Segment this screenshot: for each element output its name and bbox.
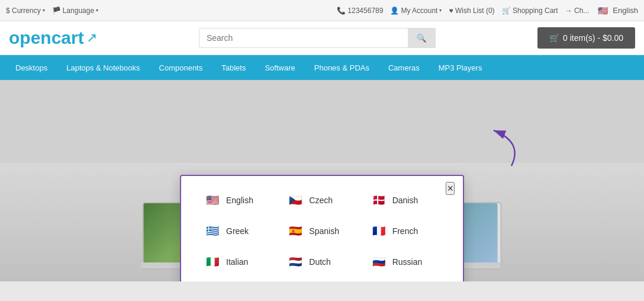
flag-french-icon: 🇫🇷 [370, 222, 388, 240]
search-button[interactable]: 🔍 [408, 28, 436, 48]
search-input[interactable] [199, 28, 408, 48]
nav-item-software[interactable]: Software [255, 55, 304, 80]
lang-item-spanish[interactable]: 🇪🇸 Spanish [282, 219, 362, 244]
flag-czech-icon: 🇨🇿 [286, 191, 304, 209]
lang-label-french: French [392, 226, 418, 236]
top-bar-left: $ Currency ▾ 🏴 Language ▾ [6, 7, 98, 15]
nav-item-laptops[interactable]: Laptops & Notebooks [57, 55, 149, 80]
lang-item-dutch[interactable]: 🇳🇱 Dutch [282, 249, 362, 274]
header: opencart ↗ 🔍 🛒 0 item(s) - $0.00 [0, 21, 644, 55]
language-dropdown[interactable]: 🏴 Language ▾ [52, 7, 98, 15]
currency-dropdown[interactable]: $ Currency ▾ [6, 7, 45, 15]
lang-item-french[interactable]: 🇫🇷 French [365, 219, 445, 244]
language-flag-icon: 🏴 [52, 7, 61, 15]
checkout-icon: → [565, 7, 572, 15]
checkout-label: Ch... [574, 7, 589, 15]
language-modal: × 🇺🇸 English 🇨🇿 Czech 🇩🇰 Danish 🇬🇷 Greek… [180, 175, 464, 281]
hero-section: × 🇺🇸 English 🇨🇿 Czech 🇩🇰 Danish 🇬🇷 Greek… [0, 80, 644, 281]
flag-spanish-icon: 🇪🇸 [286, 222, 304, 240]
account-icon: 👤 [390, 7, 399, 15]
english-label: English [613, 6, 638, 15]
flag-italian-icon: 🇮🇹 [204, 253, 221, 271]
currency-label: $ Currency [6, 7, 41, 15]
nav-item-tablets[interactable]: Tablets [212, 55, 255, 80]
english-flag-icon: 🇺🇸 [596, 4, 609, 17]
lang-item-chinese[interactable]: 🇨🇳 Chinese [282, 280, 362, 281]
currency-caret: ▾ [43, 8, 45, 13]
shopping-cart-link[interactable]: 🛒 Shopping Cart [502, 7, 558, 15]
english-badge: 🇺🇸 English [596, 4, 638, 17]
cart-button-icon: 🛒 [549, 33, 559, 43]
modal-close-button[interactable]: × [446, 182, 455, 195]
logo-cart-icon: ↗ [86, 30, 97, 46]
nav-item-cameras[interactable]: Cameras [379, 55, 429, 80]
flag-dutch-icon: 🇳🇱 [286, 253, 304, 271]
phone-icon: 📞 [337, 7, 346, 15]
logo-text: opencart [9, 28, 84, 48]
lang-item-italian[interactable]: 🇮🇹 Italian [199, 249, 279, 274]
lang-item-russian[interactable]: 🇷🇺 Russian [365, 249, 445, 274]
cart-button-label: 0 item(s) - $0.00 [563, 33, 623, 43]
flag-greek-icon: 🇬🇷 [204, 222, 221, 240]
lang-item-english[interactable]: 🇺🇸 English [199, 188, 279, 213]
search-icon: 🔍 [417, 34, 427, 43]
language-caret: ▾ [96, 8, 98, 13]
account-caret: ▾ [439, 8, 442, 13]
lang-label-danish: Danish [392, 196, 418, 205]
lang-label-dutch: Dutch [309, 257, 331, 267]
flag-english-icon: 🇺🇸 [204, 191, 221, 209]
lang-label-italian: Italian [226, 257, 248, 267]
language-grid: 🇺🇸 English 🇨🇿 Czech 🇩🇰 Danish 🇬🇷 Greek 🇪… [199, 188, 445, 281]
lang-item-greek[interactable]: 🇬🇷 Greek [199, 219, 279, 244]
language-label: Language [63, 7, 94, 15]
lang-label-english: English [226, 196, 253, 205]
cart-button[interactable]: 🛒 0 item(s) - $0.00 [537, 27, 635, 49]
lang-item-czech[interactable]: 🇨🇿 Czech [282, 188, 362, 213]
lang-item-vietnamese[interactable]: 🇻🇳 Vietnamese [199, 280, 279, 281]
search-bar: 🔍 [199, 28, 436, 48]
logo[interactable]: opencart ↗ [9, 28, 97, 48]
top-bar-right: 📞 123456789 👤 My Account ▾ ♥ Wish List (… [337, 4, 638, 17]
nav-bar: Desktops Laptops & Notebooks Components … [0, 55, 644, 80]
lang-label-czech: Czech [309, 196, 333, 205]
lang-label-spanish: Spanish [309, 226, 339, 236]
lang-label-russian: Russian [392, 257, 423, 267]
lang-label-greek: Greek [226, 226, 249, 236]
heart-icon: ♥ [449, 7, 453, 15]
flag-russian-icon: 🇷🇺 [370, 253, 388, 271]
top-bar: $ Currency ▾ 🏴 Language ▾ 📞 123456789 👤 … [0, 0, 644, 21]
nav-item-desktops[interactable]: Desktops [6, 55, 57, 80]
cart-icon: 🛒 [502, 7, 511, 15]
wish-list-link[interactable]: ♥ Wish List (0) [449, 7, 494, 15]
my-account-dropdown[interactable]: 👤 My Account ▾ [390, 7, 442, 15]
nav-item-phones[interactable]: Phones & PDAs [305, 55, 379, 80]
checkout-link[interactable]: → Ch... [565, 7, 590, 15]
lang-item-danish[interactable]: 🇩🇰 Danish [365, 188, 445, 213]
nav-item-components[interactable]: Components [150, 55, 212, 80]
flag-danish-icon: 🇩🇰 [370, 191, 388, 209]
language-modal-overlay: × 🇺🇸 English 🇨🇿 Czech 🇩🇰 Danish 🇬🇷 Greek… [180, 175, 464, 281]
phone-number: 📞 123456789 [337, 7, 383, 15]
nav-item-mp3[interactable]: MP3 Players [429, 55, 492, 80]
